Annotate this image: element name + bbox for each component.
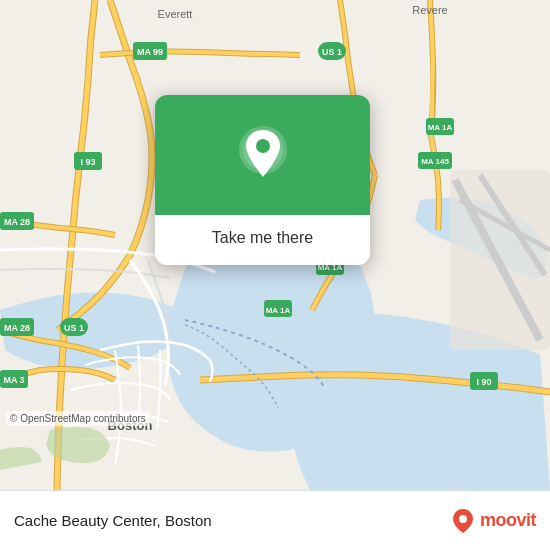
moovit-brand-icon: [449, 507, 477, 535]
popup-card: Take me there: [155, 95, 370, 265]
svg-text:US 1: US 1: [322, 47, 342, 57]
svg-text:MA 28: MA 28: [4, 217, 30, 227]
svg-text:MA 1A: MA 1A: [428, 123, 453, 132]
svg-text:I 93: I 93: [80, 157, 95, 167]
svg-text:MA 1A: MA 1A: [266, 306, 291, 315]
svg-text:MA 145: MA 145: [421, 157, 449, 166]
svg-point-34: [256, 139, 270, 153]
svg-text:Revere: Revere: [412, 4, 447, 16]
map-attribution: © OpenStreetMap contributors: [6, 411, 150, 426]
popup-green-area: [155, 95, 370, 215]
svg-text:I 90: I 90: [476, 377, 491, 387]
bottom-bar: Cache Beauty Center, Boston moovit: [0, 490, 550, 550]
moovit-logo: moovit: [449, 507, 536, 535]
map-container[interactable]: MA 99 US 1 MA 1A MA 145 I 93 MA 28 MA 1A…: [0, 0, 550, 490]
svg-text:US 1: US 1: [64, 323, 84, 333]
location-name: Cache Beauty Center, Boston: [14, 512, 212, 529]
location-pin-icon: [238, 125, 288, 185]
moovit-brand-text: moovit: [480, 510, 536, 531]
svg-text:MA 99: MA 99: [137, 47, 163, 57]
svg-point-35: [459, 515, 467, 523]
popup-button-area: Take me there: [155, 215, 370, 265]
take-me-there-button[interactable]: Take me there: [204, 225, 321, 251]
svg-text:MA 28: MA 28: [4, 323, 30, 333]
svg-text:MA 3: MA 3: [3, 375, 24, 385]
svg-text:Everett: Everett: [158, 8, 193, 20]
